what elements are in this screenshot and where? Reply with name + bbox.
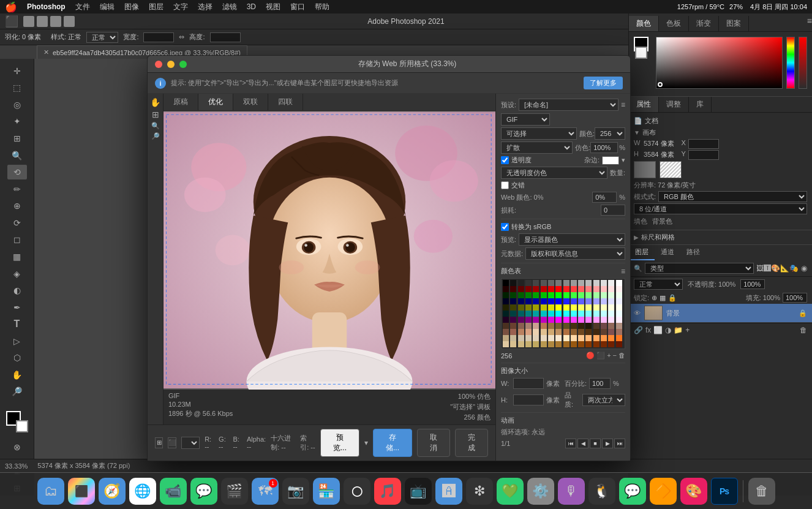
palette-color-cell[interactable] bbox=[563, 311, 570, 317]
menu-file[interactable]: 文件 bbox=[75, 2, 90, 12]
palette-color-cell[interactable] bbox=[616, 280, 622, 286]
palette-color-cell[interactable] bbox=[555, 311, 562, 317]
palette-color-cell[interactable] bbox=[548, 304, 554, 311]
palette-tool-3[interactable]: + bbox=[607, 352, 611, 360]
type-tool[interactable]: T bbox=[7, 317, 27, 331]
palette-color-cell[interactable] bbox=[563, 335, 570, 341]
palette-color-cell[interactable] bbox=[593, 280, 600, 286]
palette-color-cell[interactable] bbox=[533, 317, 539, 323]
palette-color-cell[interactable] bbox=[518, 341, 524, 347]
palette-color-cell[interactable] bbox=[555, 304, 562, 311]
dock-appstore[interactable]: 📷 bbox=[282, 478, 309, 505]
palette-color-cell[interactable] bbox=[541, 298, 547, 304]
palette-color-cell[interactable] bbox=[608, 304, 614, 311]
palette-color-cell[interactable] bbox=[525, 280, 532, 286]
color-panel-menu[interactable]: ≡ bbox=[807, 16, 812, 31]
bit-depth-select[interactable]: 8 位/通道 bbox=[634, 203, 807, 214]
menu-type[interactable]: 文字 bbox=[173, 2, 188, 12]
dock-appstore2[interactable]: 🏪 bbox=[313, 478, 340, 505]
dock-maps[interactable]: 🗺 1 bbox=[252, 478, 279, 505]
dock-tv[interactable]: 📺 bbox=[405, 478, 432, 505]
new-layer-icon[interactable]: + bbox=[685, 326, 690, 334]
menu-help[interactable]: 帮助 bbox=[315, 2, 329, 12]
palette-color-cell[interactable] bbox=[533, 329, 539, 335]
palette-color-cell[interactable] bbox=[571, 317, 577, 323]
percent-input[interactable] bbox=[589, 378, 611, 389]
palette-color-cell[interactable] bbox=[593, 341, 600, 347]
dock-sysprefs[interactable]: ⚙️ bbox=[527, 478, 554, 505]
tab-gradient[interactable]: 渐变 bbox=[689, 16, 719, 31]
palette-color-cell[interactable] bbox=[578, 286, 584, 292]
palette-color-cell[interactable] bbox=[525, 304, 532, 311]
palette-color-cell[interactable] bbox=[585, 298, 592, 304]
palette-color-cell[interactable] bbox=[533, 311, 539, 317]
palette-color-cell[interactable] bbox=[541, 280, 547, 286]
palette-color-cell[interactable] bbox=[585, 317, 592, 323]
palette-color-cell[interactable] bbox=[616, 329, 622, 335]
palette-color-cell[interactable] bbox=[541, 292, 547, 298]
palette-color-cell[interactable] bbox=[518, 317, 524, 323]
tab-libraries[interactable]: 库 bbox=[689, 97, 712, 112]
layer-row-background[interactable]: 👁 背景 🔒 bbox=[629, 304, 812, 323]
palette-color-cell[interactable] bbox=[585, 292, 592, 298]
modal-zoom-in[interactable]: 🔍 bbox=[151, 122, 160, 130]
metadata-select[interactable]: 版权和联系信息 bbox=[525, 247, 625, 260]
transparency-checkbox[interactable] bbox=[501, 156, 509, 164]
palette-tool-5[interactable]: 🗑 bbox=[618, 352, 625, 360]
palette-color-cell[interactable] bbox=[601, 335, 607, 341]
palette-color-cell[interactable] bbox=[585, 304, 592, 311]
lossy-input[interactable] bbox=[601, 205, 625, 216]
palette-color-cell[interactable] bbox=[548, 298, 554, 304]
palette-color-cell[interactable] bbox=[503, 317, 509, 323]
palette-color-cell[interactable] bbox=[503, 292, 509, 298]
palette-color-cell[interactable] bbox=[593, 323, 600, 329]
preview-button[interactable]: 预览... bbox=[320, 429, 359, 457]
palette-color-cell[interactable] bbox=[525, 286, 532, 292]
palette-color-cell[interactable] bbox=[548, 317, 554, 323]
palette-color-cell[interactable] bbox=[616, 323, 622, 329]
palette-color-cell[interactable] bbox=[518, 304, 524, 311]
preview-setting-select[interactable]: 显示器颜色 bbox=[519, 233, 625, 246]
palette-color-cell[interactable] bbox=[541, 341, 547, 347]
palette-color-cell[interactable] bbox=[518, 298, 524, 304]
palette-color-cell[interactable] bbox=[548, 311, 554, 317]
palette-color-cell[interactable] bbox=[510, 280, 516, 286]
palette-color-cell[interactable] bbox=[503, 335, 509, 341]
palette-color-cell[interactable] bbox=[503, 280, 509, 286]
palette-color-cell[interactable] bbox=[616, 286, 622, 292]
hue-slider[interactable] bbox=[786, 37, 795, 89]
x-input[interactable] bbox=[688, 139, 719, 149]
palette-color-cell[interactable] bbox=[585, 341, 592, 347]
matte-color-swatch[interactable] bbox=[602, 156, 619, 165]
palette-color-cell[interactable] bbox=[593, 292, 600, 298]
dock-tencent[interactable]: ◯ bbox=[344, 478, 370, 505]
palette-color-cell[interactable] bbox=[563, 323, 570, 329]
dither-select[interactable]: 扩散 bbox=[501, 141, 573, 154]
gradient-tool[interactable]: ▦ bbox=[7, 249, 27, 264]
palette-color-cell[interactable] bbox=[571, 341, 577, 347]
palette-color-cell[interactable] bbox=[578, 323, 584, 329]
dock-wechat2[interactable]: 💬 bbox=[619, 478, 646, 505]
palette-color-cell[interactable] bbox=[541, 317, 547, 323]
palette-color-cell[interactable] bbox=[601, 286, 607, 292]
dock-podcast[interactable]: 🎙 bbox=[558, 478, 585, 505]
palette-color-cell[interactable] bbox=[578, 329, 584, 335]
layer-visibility-eye[interactable]: 👁 bbox=[634, 309, 641, 317]
preset-select[interactable]: [未命名] bbox=[519, 99, 618, 111]
palette-color-cell[interactable] bbox=[525, 292, 532, 298]
palette-color-cell[interactable] bbox=[601, 292, 607, 298]
palette-color-cell[interactable] bbox=[525, 329, 532, 335]
menu-view[interactable]: 视图 bbox=[266, 2, 280, 12]
palette-color-cell[interactable] bbox=[571, 335, 577, 341]
menu-photoshop[interactable]: Photoshop bbox=[27, 2, 66, 11]
palette-color-cell[interactable] bbox=[510, 286, 516, 292]
palette-color-cell[interactable] bbox=[616, 311, 622, 317]
palette-color-cell[interactable] bbox=[593, 317, 600, 323]
palette-menu[interactable]: ≡ bbox=[621, 267, 625, 276]
palette-color-cell[interactable] bbox=[533, 286, 539, 292]
tab-2up[interactable]: 双联 bbox=[233, 94, 268, 110]
palette-color-cell[interactable] bbox=[548, 292, 554, 298]
no-trans-select[interactable]: 无透明度仿色 bbox=[501, 167, 607, 179]
fill-input[interactable] bbox=[783, 293, 807, 303]
preset-menu[interactable]: ≡ bbox=[621, 100, 625, 109]
